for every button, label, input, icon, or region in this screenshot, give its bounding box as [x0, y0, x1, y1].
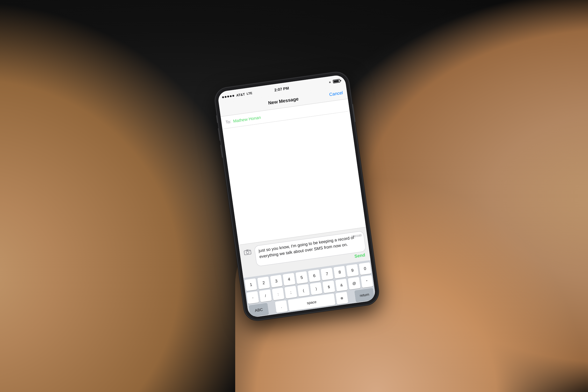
status-right: ✴ — [328, 79, 341, 84]
key-period[interactable]: . — [275, 300, 288, 313]
screen-content: AT&T LTE 2:07 PM ✴ — [217, 74, 376, 318]
to-recipient: Mathew Honan — [233, 115, 261, 123]
network-type: LTE — [246, 91, 253, 96]
status-time: 2:07 PM — [274, 85, 289, 92]
signal-dot-3 — [227, 95, 229, 97]
bluetooth-icon: ✴ — [328, 80, 332, 84]
signal-strength — [222, 95, 234, 98]
key-return[interactable]: return — [354, 288, 374, 302]
key-3[interactable]: 3 — [270, 275, 283, 288]
to-label: To: — [225, 119, 232, 125]
signal-dot-5 — [232, 95, 234, 97]
signal-dot-4 — [230, 95, 232, 97]
key-1[interactable]: 1 — [245, 278, 257, 291]
camera-icon — [243, 248, 252, 257]
key-ampersand[interactable]: & — [335, 279, 348, 291]
hand-left — [0, 0, 265, 392]
key-semicolon[interactable]: ; — [284, 286, 297, 298]
svg-point-3 — [249, 250, 250, 251]
battery-body — [333, 79, 340, 83]
svg-rect-2 — [246, 249, 248, 251]
key-colon[interactable]: : — [272, 287, 284, 300]
key-9[interactable]: 9 — [346, 264, 359, 277]
key-4[interactable]: 4 — [283, 273, 295, 286]
compose-area[interactable] — [223, 111, 366, 245]
key-2[interactable]: 2 — [257, 276, 270, 289]
status-left: AT&T LTE — [222, 91, 252, 99]
key-0[interactable]: 0 — [359, 262, 371, 275]
key-5[interactable]: 5 — [295, 271, 308, 284]
key-7[interactable]: 7 — [321, 267, 333, 280]
nav-title: New Message — [268, 96, 299, 106]
battery-fill — [334, 80, 339, 83]
key-6[interactable]: 6 — [308, 269, 321, 282]
camera-button[interactable] — [242, 247, 253, 258]
battery-tip — [340, 80, 341, 81]
key-8[interactable]: 8 — [333, 266, 346, 279]
key-dash[interactable]: - — [246, 291, 259, 304]
key-delete-circle[interactable]: ⊗ — [335, 291, 348, 304]
battery-indicator — [333, 79, 341, 83]
svg-point-1 — [246, 251, 249, 254]
key-dollar[interactable]: $ — [322, 280, 335, 293]
key-quote[interactable]: " — [361, 275, 373, 288]
key-slash[interactable]: / — [259, 289, 272, 302]
key-at[interactable]: @ — [348, 277, 361, 290]
key-open-paren[interactable]: ( — [297, 284, 310, 297]
cancel-button[interactable]: Cancel — [329, 90, 343, 97]
key-abc[interactable]: ABC — [249, 303, 269, 317]
key-close-paren[interactable]: ) — [310, 282, 322, 295]
phone-screen: AT&T LTE 2:07 PM ✴ — [217, 74, 376, 318]
carrier-name: AT&T — [236, 92, 245, 97]
signal-dot-1 — [222, 96, 224, 98]
signal-dot-2 — [225, 96, 227, 98]
send-label[interactable]: Send — [354, 252, 365, 259]
